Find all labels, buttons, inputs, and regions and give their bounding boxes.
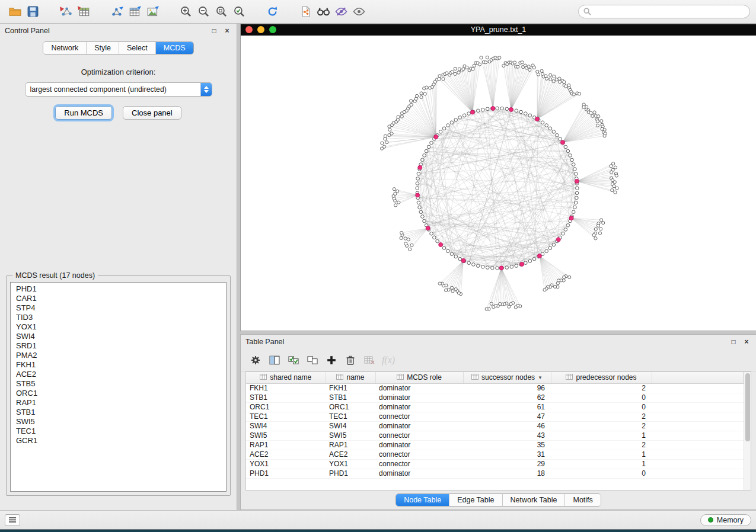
add-column-icon[interactable] xyxy=(324,352,339,368)
control-panel-title: Control Panel xyxy=(5,27,50,35)
save-session-icon[interactable] xyxy=(24,4,42,20)
result-node-item[interactable]: SWI4 xyxy=(11,332,226,341)
column-header-name[interactable]: name xyxy=(326,372,375,383)
memory-button[interactable]: Memory xyxy=(700,514,751,526)
float-table-panel-icon[interactable]: □ xyxy=(729,337,738,347)
select-all-icon[interactable] xyxy=(286,352,301,368)
column-header-shared-name[interactable]: shared name xyxy=(246,372,326,383)
result-node-item[interactable]: TEC1 xyxy=(11,427,226,436)
mcds-result-list[interactable]: PHD1CAR1STP4TID3YOX1SWI4SRD1PMA2FKH1ACE2… xyxy=(10,282,227,492)
close-panel-icon[interactable]: × xyxy=(222,26,232,36)
result-node-item[interactable]: STP4 xyxy=(11,303,226,313)
table-settings-icon[interactable] xyxy=(248,352,263,368)
float-panel-icon[interactable]: □ xyxy=(209,26,219,36)
result-node-item[interactable]: STB5 xyxy=(11,379,226,389)
result-node-item[interactable]: SRD1 xyxy=(11,341,226,351)
zoom-in-icon[interactable] xyxy=(177,4,194,20)
panel-menu-button[interactable] xyxy=(5,514,20,526)
column-header-mcds-role[interactable]: MCDS role xyxy=(375,372,463,383)
refresh-icon[interactable] xyxy=(263,4,281,20)
column-visibility-icon[interactable] xyxy=(267,352,282,368)
zoom-fit-icon[interactable] xyxy=(230,4,248,20)
table-row[interactable]: PHD1PHD1dominator180 xyxy=(246,469,744,478)
scrollbar-thumb[interactable] xyxy=(745,373,750,441)
table-scrollbar[interactable] xyxy=(744,372,751,490)
tab-node-table[interactable]: Node Table xyxy=(396,494,449,506)
network-title: YPA_prune.txt_1 xyxy=(241,25,756,34)
sort-desc-icon: ▼ xyxy=(538,375,543,380)
tab-style[interactable]: Style xyxy=(86,42,119,54)
toolbar-group xyxy=(108,4,161,20)
result-node-item[interactable]: ORC1 xyxy=(11,389,226,398)
optimization-criterion-label: Optimization criterion: xyxy=(0,68,237,76)
delete-column-icon[interactable] xyxy=(343,352,358,368)
memory-label: Memory xyxy=(717,516,744,524)
table-row[interactable]: STB1STB1dominator620 xyxy=(246,393,744,402)
export-network-icon[interactable] xyxy=(108,4,126,20)
tab-motifs[interactable]: Motifs xyxy=(564,494,600,506)
mcds-result-title: MCDS result (17 nodes) xyxy=(12,271,98,280)
control-panel-header: Control Panel □ × xyxy=(0,24,237,38)
table-panel-header: Table Panel □ × xyxy=(241,335,756,349)
main-toolbar xyxy=(0,0,756,24)
close-table-panel-icon[interactable]: × xyxy=(742,337,751,347)
result-node-item[interactable]: TID3 xyxy=(11,313,226,322)
show-all-icon[interactable] xyxy=(350,4,368,20)
result-node-item[interactable]: PMA2 xyxy=(11,351,226,360)
table-row[interactable]: YOX1YOX1connector291 xyxy=(246,459,744,469)
mcds-result-box: MCDS result (17 nodes) PHD1CAR1STP4TID3Y… xyxy=(6,275,231,496)
tab-mcds[interactable]: MCDS xyxy=(155,42,193,54)
deselect-all-icon[interactable] xyxy=(305,352,320,368)
attribute-type-icon xyxy=(471,373,479,382)
import-network-icon[interactable] xyxy=(57,4,75,20)
table-row[interactable]: TEC1TEC1connector472 xyxy=(246,412,744,421)
criterion-select[interactable]: largest connected component (undirected) xyxy=(25,82,212,97)
export-table-icon[interactable] xyxy=(126,4,143,20)
result-node-item[interactable]: SWI5 xyxy=(11,417,226,427)
attribute-type-icon xyxy=(336,373,343,382)
table-row[interactable]: FKH1FKH1dominator962 xyxy=(246,383,744,393)
tab-network-table[interactable]: Network Table xyxy=(502,494,565,506)
column-header-predecessor-nodes[interactable]: predecessor nodes xyxy=(551,372,652,383)
open-file-icon[interactable] xyxy=(6,4,24,20)
result-node-item[interactable]: ACE2 xyxy=(11,370,226,379)
table-row[interactable]: ACE2ACE2connector311 xyxy=(246,450,744,459)
zoom-selected-icon[interactable] xyxy=(212,4,230,20)
table-panel-title: Table Panel xyxy=(245,338,284,346)
table-row[interactable]: RAP1RAP1dominator352 xyxy=(246,440,744,450)
table-row[interactable]: SWI4SWI4dominator462 xyxy=(246,421,744,431)
result-node-item[interactable]: STB1 xyxy=(11,408,226,417)
tab-edge-table[interactable]: Edge Table xyxy=(449,494,502,506)
control-panel-tabs: NetworkStyleSelectMCDS xyxy=(43,41,193,55)
export-image-icon[interactable] xyxy=(143,4,161,20)
tab-select[interactable]: Select xyxy=(119,42,155,54)
network-canvas[interactable] xyxy=(241,36,756,331)
search-box xyxy=(578,5,750,18)
result-node-item[interactable]: RAP1 xyxy=(11,398,226,408)
find-binoculars-icon[interactable] xyxy=(314,4,332,20)
hide-selection-icon[interactable] xyxy=(332,4,350,20)
result-node-item[interactable]: CAR1 xyxy=(11,294,226,303)
zoom-out-icon[interactable] xyxy=(194,4,212,20)
search-input[interactable] xyxy=(594,8,745,16)
toolbar-search xyxy=(578,5,750,18)
run-mcds-button[interactable]: Run MCDS xyxy=(55,106,112,120)
result-node-item[interactable]: FKH1 xyxy=(11,360,226,370)
table-row[interactable]: SWI5SWI5connector431 xyxy=(246,431,744,440)
column-header-successor-nodes[interactable]: successor nodes▼ xyxy=(463,372,551,383)
result-node-item[interactable]: YOX1 xyxy=(11,322,226,332)
result-node-item[interactable]: GCR1 xyxy=(11,436,226,446)
network-titlebar: YPA_prune.txt_1 xyxy=(241,24,756,36)
result-node-item[interactable]: PHD1 xyxy=(11,284,226,294)
import-table-icon[interactable] xyxy=(75,4,92,20)
table-row[interactable]: ORC1ORC1dominator610 xyxy=(246,402,744,412)
attribute-type-icon xyxy=(260,373,267,382)
toolbar-group xyxy=(57,4,92,20)
toolbar-group xyxy=(296,4,368,20)
close-panel-button[interactable]: Close panel xyxy=(123,106,181,120)
share-document-icon[interactable] xyxy=(296,4,314,20)
main-area: Control Panel □ × NetworkStyleSelectMCDS… xyxy=(0,24,756,510)
delete-table-icon xyxy=(362,352,377,368)
function-builder-icon: f(x) xyxy=(381,352,396,368)
tab-network[interactable]: Network xyxy=(43,42,86,54)
